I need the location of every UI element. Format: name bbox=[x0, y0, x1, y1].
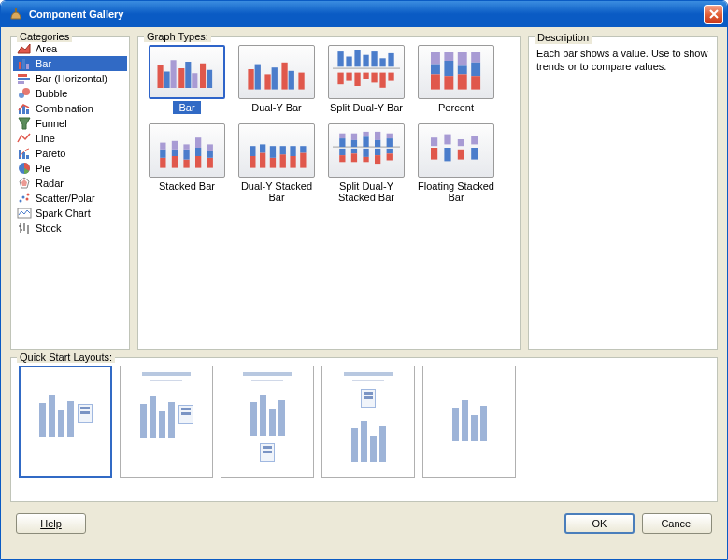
titlebar: Component Gallery bbox=[1, 1, 727, 27]
svg-rect-57 bbox=[431, 65, 440, 75]
funnel-icon bbox=[17, 116, 32, 131]
graph-type-label: Floating Stacked Bar bbox=[415, 179, 497, 204]
svg-rect-103 bbox=[375, 140, 380, 147]
graph-type-label: Percent bbox=[436, 101, 476, 114]
svg-rect-45 bbox=[363, 55, 368, 67]
category-label: Bubble bbox=[36, 88, 67, 99]
svg-point-18 bbox=[26, 198, 29, 201]
svg-rect-81 bbox=[207, 151, 213, 158]
category-item-combo[interactable]: Combination bbox=[13, 101, 127, 116]
category-label: Combination bbox=[36, 103, 93, 114]
svg-rect-78 bbox=[195, 148, 201, 156]
category-item-pie[interactable]: Pie bbox=[13, 161, 127, 176]
graph-type-label: Split Dual-Y Bar bbox=[328, 101, 405, 114]
graph-type-thumb bbox=[238, 45, 315, 99]
svg-point-8 bbox=[22, 88, 30, 95]
svg-rect-6 bbox=[18, 81, 24, 84]
help-button[interactable]: Help bbox=[16, 513, 86, 534]
svg-rect-114 bbox=[387, 149, 393, 153]
svg-rect-40 bbox=[298, 73, 304, 90]
category-item-line[interactable]: Line bbox=[13, 131, 127, 146]
svg-rect-38 bbox=[281, 63, 287, 90]
svg-rect-89 bbox=[280, 154, 286, 167]
graph-type-splitdualy[interactable]: Split Dual-Y Bar bbox=[325, 45, 407, 114]
svg-rect-47 bbox=[379, 58, 385, 66]
category-item-bubble[interactable]: Bubble bbox=[13, 86, 127, 101]
close-button[interactable] bbox=[704, 5, 723, 24]
graph-type-thumb bbox=[238, 123, 315, 178]
svg-rect-113 bbox=[375, 155, 380, 164]
graph-type-thumb bbox=[328, 45, 405, 99]
svg-rect-3 bbox=[26, 64, 29, 69]
svg-rect-121 bbox=[458, 150, 464, 160]
svg-rect-32 bbox=[200, 64, 206, 88]
svg-rect-53 bbox=[371, 73, 377, 83]
graph-type-thumb bbox=[328, 123, 405, 178]
svg-rect-11 bbox=[26, 109, 29, 114]
layout-title-legend-top[interactable] bbox=[321, 366, 415, 478]
svg-rect-55 bbox=[388, 73, 393, 81]
graph-type-dualystacked[interactable]: Dual-Y Stacked Bar bbox=[236, 123, 318, 204]
graph-type-thumb bbox=[418, 123, 494, 178]
pie-icon bbox=[17, 161, 32, 176]
svg-rect-99 bbox=[351, 140, 357, 147]
cancel-button[interactable]: Cancel bbox=[642, 513, 712, 534]
svg-rect-86 bbox=[260, 144, 265, 152]
graph-types-panel: Graph Types: BarDual-Y BarSplit Dual-Y B… bbox=[137, 36, 521, 350]
svg-rect-36 bbox=[264, 74, 270, 89]
dialog-content: Categories AreaBarBar (Horizontal)Bubble… bbox=[1, 27, 727, 559]
layout-bare[interactable] bbox=[422, 366, 516, 478]
svg-rect-94 bbox=[300, 146, 306, 152]
graph-type-floating[interactable]: Floating Stacked Bar bbox=[415, 123, 497, 204]
category-item-spark[interactable]: Spark Chart bbox=[13, 206, 127, 221]
svg-rect-28 bbox=[171, 60, 177, 88]
pareto-icon bbox=[17, 146, 32, 161]
area-icon bbox=[17, 41, 32, 56]
description-panel: Description Each bar shows a value. Use … bbox=[528, 36, 718, 350]
svg-rect-61 bbox=[444, 76, 453, 89]
hbar-icon bbox=[17, 71, 32, 86]
svg-rect-117 bbox=[431, 148, 437, 160]
ok-button[interactable]: OK bbox=[564, 513, 635, 534]
svg-rect-37 bbox=[272, 67, 278, 89]
category-item-stock[interactable]: Stock bbox=[13, 221, 127, 236]
category-item-radar[interactable]: Radar bbox=[13, 176, 127, 191]
category-item-pareto[interactable]: Pareto bbox=[13, 146, 127, 161]
graph-type-stacked[interactable]: Stacked Bar bbox=[146, 123, 228, 204]
graph-type-splitdualystacked[interactable]: Split Dual-Y Stacked Bar bbox=[325, 123, 407, 204]
graph-type-dualy[interactable]: Dual-Y Bar bbox=[236, 45, 318, 114]
svg-rect-96 bbox=[339, 134, 345, 138]
layout-title-legend-right[interactable] bbox=[120, 366, 213, 478]
svg-rect-2 bbox=[22, 59, 25, 69]
svg-rect-5 bbox=[18, 78, 30, 80]
svg-rect-68 bbox=[160, 158, 165, 168]
svg-rect-30 bbox=[185, 62, 191, 88]
svg-rect-54 bbox=[379, 73, 385, 88]
layout-title-legend-bottom[interactable] bbox=[221, 366, 314, 478]
graph-type-thumb bbox=[149, 123, 225, 178]
graph-type-percent[interactable]: Percent bbox=[415, 45, 497, 114]
category-label: Stock bbox=[36, 223, 62, 234]
layout-legend-right[interactable] bbox=[19, 366, 112, 478]
category-label: Pareto bbox=[36, 148, 65, 159]
svg-rect-111 bbox=[363, 157, 368, 162]
category-item-bar[interactable]: Bar bbox=[13, 56, 127, 71]
app-icon bbox=[8, 7, 23, 22]
svg-rect-109 bbox=[351, 153, 357, 162]
graph-type-thumb bbox=[418, 45, 494, 99]
svg-rect-69 bbox=[160, 150, 165, 158]
graph-type-label: Bar bbox=[173, 101, 200, 114]
svg-rect-102 bbox=[375, 132, 380, 140]
category-item-scatter[interactable]: Scatter/Polar bbox=[13, 191, 127, 206]
svg-rect-39 bbox=[289, 71, 294, 90]
graph-type-bar[interactable]: Bar bbox=[146, 45, 228, 114]
category-item-hbar[interactable]: Bar (Horizontal) bbox=[13, 71, 127, 86]
svg-rect-72 bbox=[172, 150, 178, 156]
category-item-funnel[interactable]: Funnel bbox=[13, 116, 127, 131]
category-item-area[interactable]: Area bbox=[13, 41, 127, 56]
combo-icon bbox=[17, 101, 32, 116]
svg-rect-108 bbox=[351, 149, 357, 153]
graph-type-label: Dual-Y Stacked Bar bbox=[236, 179, 318, 204]
svg-rect-82 bbox=[207, 144, 213, 151]
svg-rect-112 bbox=[375, 149, 380, 155]
